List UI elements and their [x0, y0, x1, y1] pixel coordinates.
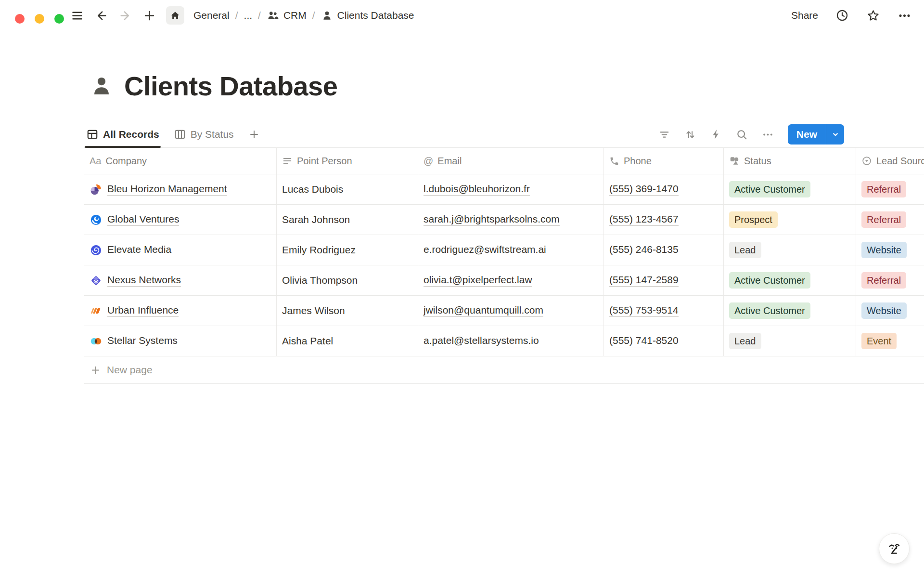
phone-cell[interactable]: (555) 369-1470 — [604, 174, 724, 204]
more-options-icon[interactable] — [898, 9, 911, 23]
phone-cell[interactable]: (555) 246-8135 — [604, 235, 724, 265]
email-link[interactable]: a.patel@stellarsystems.io — [424, 335, 539, 347]
lead-source-cell[interactable]: Referral — [856, 265, 924, 295]
search-icon[interactable] — [736, 129, 748, 141]
lead-source-cell[interactable]: Referral — [856, 205, 924, 235]
company-name[interactable]: Bleu Horizon Management — [107, 183, 227, 196]
company-cell[interactable]: Nexus Networks — [84, 265, 277, 295]
phone-cell[interactable]: (555) 147-2589 — [604, 265, 724, 295]
email-link[interactable]: olivia.t@pixelperfect.law — [424, 274, 532, 287]
add-view-button[interactable] — [248, 129, 260, 140]
home-button[interactable] — [166, 6, 184, 25]
column-header-lead-source[interactable]: Lead Source — [856, 148, 924, 174]
breadcrumb-general[interactable]: General — [193, 10, 230, 21]
lead-source-cell[interactable]: Website — [856, 296, 924, 326]
point-person-cell[interactable]: Sarah Johnson — [277, 205, 418, 235]
phone-link[interactable]: (555) 123-4567 — [609, 213, 679, 226]
filter-icon[interactable] — [658, 129, 670, 141]
breadcrumb-clients-database[interactable]: Clients Database — [321, 10, 414, 22]
title-icon: Aa — [90, 156, 101, 167]
breadcrumb-crm[interactable]: CRM — [267, 9, 307, 22]
email-link[interactable]: sarah.j@brightsparksolns.com — [424, 213, 560, 226]
point-person-cell[interactable]: Olivia Thompson — [277, 265, 418, 295]
email-cell[interactable]: l.dubois@bleuhorizon.fr — [418, 174, 604, 204]
email-cell[interactable]: a.patel@stellarsystems.io — [418, 326, 604, 356]
point-person-cell[interactable]: Lucas Dubois — [277, 174, 418, 204]
plus-icon — [90, 365, 101, 376]
close-button[interactable] — [15, 14, 25, 24]
favorite-star-icon[interactable] — [866, 9, 880, 23]
page-title[interactable]: Clients Database — [124, 70, 337, 102]
new-page-button[interactable]: New page — [84, 356, 924, 384]
status-cell[interactable]: Active Customer — [724, 296, 856, 326]
table-row[interactable]: Elevate Media Emily Rodriguez e.rodrigue… — [84, 235, 924, 265]
new-tab-icon[interactable] — [142, 8, 156, 23]
column-header-phone[interactable]: Status Phone — [604, 148, 724, 174]
notion-ai-button[interactable] — [879, 533, 910, 564]
email-cell[interactable]: jwilson@quantumquill.com — [418, 296, 604, 326]
forward-icon[interactable] — [118, 8, 132, 23]
new-record-button[interactable]: New — [788, 124, 844, 144]
email-link[interactable]: e.rodriguez@swiftstream.ai — [424, 244, 546, 256]
email-link[interactable]: jwilson@quantumquill.com — [424, 304, 543, 317]
phone-link[interactable]: (555) 753-9514 — [609, 304, 679, 317]
company-name[interactable]: Elevate Media — [107, 244, 171, 256]
plus-icon — [248, 129, 260, 140]
column-header-email[interactable]: @ Email — [418, 148, 604, 174]
company-cell[interactable]: Global Ventures — [84, 205, 277, 235]
breadcrumb-ellipsis[interactable]: ... — [244, 10, 253, 21]
minimize-button[interactable] — [35, 14, 44, 24]
lead-source-cell[interactable]: Event — [856, 326, 924, 356]
updates-clock-icon[interactable] — [835, 9, 849, 22]
status-cell[interactable]: Prospect — [724, 205, 856, 235]
company-cell[interactable]: Bleu Horizon Management — [84, 174, 277, 204]
view-more-icon[interactable] — [762, 129, 774, 141]
company-cell[interactable]: Elevate Media — [84, 235, 277, 265]
column-header-point-person[interactable]: Point Person — [277, 148, 418, 174]
new-button-dropdown[interactable] — [826, 124, 844, 144]
table-row[interactable]: Urban Influence James Wilson jwilson@qua… — [84, 296, 924, 326]
phone-link[interactable]: (555) 147-2589 — [609, 274, 679, 287]
phone-cell[interactable]: (555) 753-9514 — [604, 296, 724, 326]
back-icon[interactable] — [94, 8, 108, 23]
tab-all-records[interactable]: All Records — [86, 121, 159, 147]
lead-source-badge: Website — [861, 242, 907, 258]
share-button[interactable]: Share — [791, 10, 818, 21]
sort-icon[interactable] — [684, 129, 696, 141]
table-row[interactable]: Global Ventures Sarah Johnson sarah.j@br… — [84, 205, 924, 235]
column-header-status[interactable]: Status — [724, 148, 856, 174]
phone-link[interactable]: (555) 741-8520 — [609, 335, 679, 347]
status-cell[interactable]: Active Customer — [724, 265, 856, 295]
phone-cell[interactable]: (555) 123-4567 — [604, 205, 724, 235]
page-person-icon[interactable] — [90, 74, 114, 98]
automation-lightning-icon[interactable] — [710, 129, 722, 140]
table-row[interactable]: Bleu Horizon Management Lucas Dubois l.d… — [84, 174, 924, 205]
company-name[interactable]: Urban Influence — [107, 304, 179, 317]
lead-source-cell[interactable]: Referral — [856, 174, 924, 204]
company-name[interactable]: Global Ventures — [107, 213, 179, 226]
point-person-cell[interactable]: James Wilson — [277, 296, 418, 326]
point-person-cell[interactable]: Emily Rodriguez — [277, 235, 418, 265]
status-cell[interactable]: Lead — [724, 235, 856, 265]
tab-by-status[interactable]: By Status — [174, 121, 234, 147]
email-cell[interactable]: olivia.t@pixelperfect.law — [418, 265, 604, 295]
email-cell[interactable]: sarah.j@brightsparksolns.com — [418, 205, 604, 235]
email-cell[interactable]: e.rodriguez@swiftstream.ai — [418, 235, 604, 265]
phone-link[interactable]: (555) 246-8135 — [609, 244, 679, 256]
status-cell[interactable]: Lead — [724, 326, 856, 356]
point-person-cell[interactable]: Aisha Patel — [277, 326, 418, 356]
company-name[interactable]: Nexus Networks — [107, 274, 181, 287]
phone-cell[interactable]: (555) 741-8520 — [604, 326, 724, 356]
sidebar-toggle-icon[interactable] — [70, 8, 84, 23]
phone-link[interactable]: (555) 369-1470 — [609, 183, 679, 196]
company-cell[interactable]: Stellar Systems — [84, 326, 277, 356]
column-header-company[interactable]: Aa Company — [84, 148, 277, 174]
table-row[interactable]: Nexus Networks Olivia Thompson olivia.t@… — [84, 265, 924, 296]
company-cell[interactable]: Urban Influence — [84, 296, 277, 326]
company-name[interactable]: Stellar Systems — [107, 335, 178, 347]
table-row[interactable]: Stellar Systems Aisha Patel a.patel@stel… — [84, 326, 924, 356]
zoom-button[interactable] — [54, 14, 64, 24]
lead-source-cell[interactable]: Website — [856, 235, 924, 265]
status-cell[interactable]: Active Customer — [724, 174, 856, 204]
email-link[interactable]: l.dubois@bleuhorizon.fr — [424, 183, 530, 196]
